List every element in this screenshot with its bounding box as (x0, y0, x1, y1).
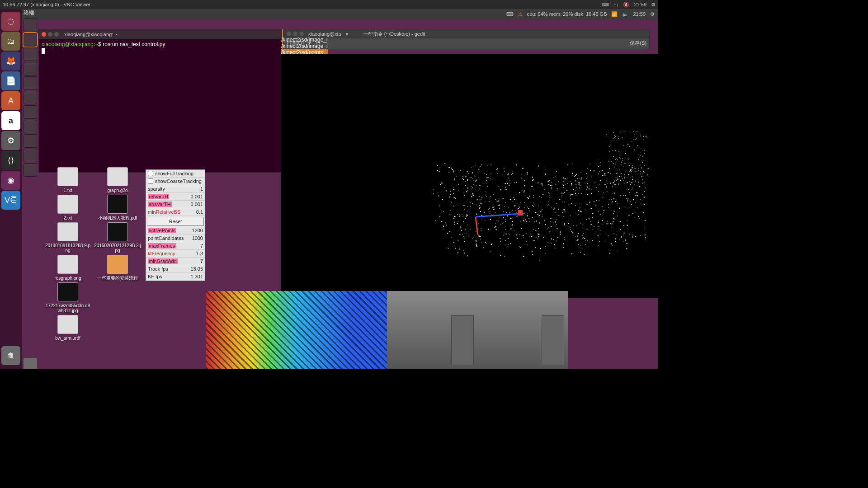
sec-app-icon[interactable] (24, 47, 37, 61)
svg-point-207 (472, 172, 473, 173)
gedit-tab-label[interactable]: xiaoqiang@xia (308, 31, 341, 37)
param-row[interactable]: relVarTH0.001 (146, 193, 205, 201)
param-showcoarsetracking[interactable]: showCoarseTracking (146, 178, 205, 185)
checkbox[interactable] (148, 178, 153, 184)
svg-point-910 (614, 184, 615, 185)
active-app-menu[interactable]: 终端 (24, 9, 34, 17)
desktop-file[interactable]: 1.txt (44, 167, 91, 193)
indicator-wifi-icon[interactable]: 📶 (611, 11, 618, 17)
svg-point-444 (493, 205, 494, 206)
desktop-file[interactable]: 201502070212129B 2.jpg (94, 222, 141, 253)
indicator-gear-icon[interactable]: ⚙ (650, 11, 655, 17)
close-icon[interactable] (42, 32, 46, 37)
sec-screenshot-icon[interactable] (24, 120, 37, 133)
svg-point-498 (619, 176, 620, 177)
svg-point-144 (441, 221, 442, 222)
param-showfulltracking[interactable]: showFullTracking (146, 170, 205, 178)
sec-tool-icon[interactable] (24, 91, 37, 104)
indicator-keyboard-icon[interactable]: ⌨ (506, 11, 514, 17)
indicator-volume-icon[interactable]: 🔈 (622, 11, 628, 17)
minimize-icon[interactable] (48, 32, 52, 37)
svg-point-130 (600, 180, 601, 181)
desktop-file[interactable]: 172217wzdd55d3n d8wh81z.jpg (44, 282, 91, 313)
svg-point-107 (536, 231, 537, 232)
param-row[interactable]: absVarTH0.001 (146, 201, 205, 208)
terminal-window[interactable]: xiaoqiang@xiaoqiang: ~ xiaoqiang@xiaoqia… (38, 29, 283, 173)
svg-point-159 (554, 244, 555, 245)
terminal-titlebar[interactable]: xiaoqiang@xiaoqiang: ~ (39, 29, 282, 39)
sec-term2-icon[interactable] (24, 105, 37, 119)
reset-button[interactable]: Reset (147, 217, 204, 226)
sec-files-icon[interactable] (24, 33, 37, 47)
svg-point-610 (463, 221, 464, 222)
param-row[interactable]: activePoints1200 (146, 227, 205, 235)
svg-point-696 (636, 192, 637, 193)
svg-point-36 (481, 242, 482, 243)
svg-point-114 (585, 183, 585, 183)
desktop-file[interactable]: 201801081813268 9.png (44, 222, 91, 253)
param-row[interactable]: maxFrames7 (146, 242, 205, 250)
launcher-media-icon[interactable]: ◉ (1, 171, 20, 190)
svg-point-947 (642, 173, 643, 174)
maximize-icon[interactable] (54, 32, 59, 37)
launcher-trash-icon[interactable]: 🗑 (1, 346, 20, 365)
svg-point-10 (575, 193, 576, 194)
desktop-file[interactable]: 小强机器人教程.pdf (94, 195, 141, 221)
sec-terminal-icon[interactable] (24, 62, 37, 75)
svg-point-236 (492, 207, 493, 208)
launcher-files-icon[interactable]: 🗂 (1, 32, 20, 51)
launcher-vnc-icon[interactable]: V⋶ (1, 191, 20, 210)
checkbox[interactable] (148, 171, 153, 176)
svg-point-168 (598, 174, 599, 174)
param-row[interactable]: pointCandidates1000 (146, 235, 205, 242)
param-row[interactable]: minGradAdd7 (146, 258, 205, 265)
pointcloud-viewer[interactable] (281, 54, 658, 298)
camera-marker (518, 210, 523, 216)
terminal-body[interactable]: xiaoqiang@xiaoqiang:~$ rosrun nav_test c… (39, 39, 282, 172)
desktop-file[interactable]: 一些重要的安装流程 (94, 255, 141, 281)
gedit-titlebar[interactable]: xiaoqiang@xia × 一些指令 (~/Desktop) - gedit (284, 29, 649, 38)
gedit-save-button[interactable]: 保存(S) (630, 40, 646, 47)
gear-icon[interactable]: ⚙ (651, 2, 656, 8)
param-row[interactable]: minRelativeBS0.1 (146, 208, 205, 216)
desktop-file[interactable]: bw_arm.urdf (44, 315, 91, 341)
svg-point-27 (439, 206, 440, 206)
dso-params-panel[interactable]: showFullTracking showCoarseTracking spar… (146, 169, 205, 281)
sec-chrome-icon[interactable] (24, 76, 37, 90)
svg-point-603 (604, 173, 605, 174)
param-row[interactable]: kfFrequency1.3 (146, 250, 205, 258)
launcher-firefox-icon[interactable]: 🦊 (1, 52, 20, 70)
launcher-dash-icon[interactable]: ◌ (1, 12, 20, 31)
gedit-tab-close-icon[interactable]: × (345, 31, 348, 37)
svg-point-162 (446, 225, 447, 225)
gedit-window[interactable]: xiaoqiang@xia × 一些指令 (~/Desktop) - gedit… (283, 29, 650, 49)
svg-point-142 (494, 206, 495, 207)
svg-point-212 (465, 218, 466, 219)
sec-search-icon[interactable] (24, 19, 37, 32)
param-row[interactable]: sparsity1 (146, 185, 205, 193)
svg-point-126 (464, 238, 465, 239)
gedit-close-icon[interactable] (287, 32, 291, 36)
gedit-max-icon[interactable] (299, 32, 304, 36)
sec-device-icon[interactable] (24, 163, 37, 177)
svg-point-194 (510, 218, 511, 219)
svg-point-473 (484, 212, 485, 213)
launcher-writer-icon[interactable]: 📄 (1, 71, 20, 90)
launcher-settings-icon[interactable]: ⚙ (1, 131, 20, 150)
desktop-file[interactable]: graph.g2o (94, 167, 141, 193)
desktop-file[interactable]: 2.txt (44, 195, 91, 221)
sec-trash-icon[interactable] (24, 358, 37, 369)
svg-point-254 (490, 208, 491, 209)
svg-point-446 (642, 200, 643, 201)
desktop-file[interactable]: rosgraph.png (44, 255, 91, 281)
svg-point-885 (645, 136, 646, 137)
launcher-vscode-icon[interactable]: ⟨⟩ (1, 151, 20, 170)
indicator-warning-icon[interactable]: ⚠ (518, 11, 523, 17)
gedit-min-icon[interactable] (293, 32, 297, 36)
sec-editor-icon[interactable] (24, 134, 37, 148)
launcher-amazon-icon[interactable]: a (1, 111, 20, 130)
launcher-software-icon[interactable]: A (1, 91, 20, 110)
svg-point-854 (471, 186, 472, 187)
sec-help-icon[interactable] (24, 149, 37, 162)
svg-point-894 (613, 182, 614, 183)
